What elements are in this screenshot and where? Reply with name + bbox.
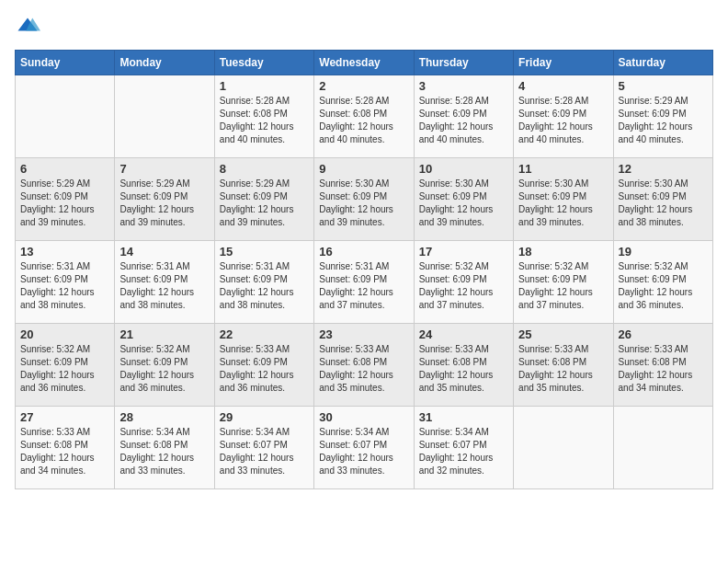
calendar-cell: 22Sunrise: 5:33 AM Sunset: 6:09 PM Dayli…: [214, 324, 313, 407]
calendar-cell: 3Sunrise: 5:28 AM Sunset: 6:09 PM Daylig…: [414, 75, 513, 158]
day-of-week-header: Friday: [514, 51, 613, 75]
day-number: 27: [20, 410, 109, 424]
day-info: Sunrise: 5:33 AM Sunset: 6:08 PM Dayligh…: [619, 343, 708, 395]
day-number: 19: [619, 245, 708, 259]
calendar-cell: 20Sunrise: 5:32 AM Sunset: 6:09 PM Dayli…: [16, 324, 115, 407]
calendar-cell: 11Sunrise: 5:30 AM Sunset: 6:09 PM Dayli…: [514, 158, 613, 241]
day-info: Sunrise: 5:31 AM Sunset: 6:09 PM Dayligh…: [220, 260, 309, 312]
calendar-header: SundayMondayTuesdayWednesdayThursdayFrid…: [16, 51, 713, 75]
day-number: 11: [518, 162, 608, 176]
day-info: Sunrise: 5:31 AM Sunset: 6:09 PM Dayligh…: [119, 260, 209, 312]
calendar-cell: 12Sunrise: 5:30 AM Sunset: 6:09 PM Dayli…: [613, 158, 712, 241]
day-info: Sunrise: 5:33 AM Sunset: 6:09 PM Dayligh…: [220, 343, 309, 395]
calendar-week-row: 6Sunrise: 5:29 AM Sunset: 6:09 PM Daylig…: [16, 158, 713, 241]
day-of-week-header: Tuesday: [214, 51, 313, 75]
calendar-cell: 30Sunrise: 5:34 AM Sunset: 6:07 PM Dayli…: [314, 407, 414, 489]
day-number: 1: [220, 79, 309, 93]
day-info: Sunrise: 5:29 AM Sunset: 6:09 PM Dayligh…: [220, 178, 309, 229]
day-of-week-header: Wednesday: [314, 51, 414, 75]
header-row: SundayMondayTuesdayWednesdayThursdayFrid…: [16, 51, 713, 75]
calendar-cell: 18Sunrise: 5:32 AM Sunset: 6:09 PM Dayli…: [514, 241, 613, 324]
calendar-week-row: 1Sunrise: 5:28 AM Sunset: 6:08 PM Daylig…: [16, 75, 713, 158]
day-info: Sunrise: 5:29 AM Sunset: 6:09 PM Dayligh…: [119, 178, 209, 229]
calendar-cell: 25Sunrise: 5:33 AM Sunset: 6:08 PM Dayli…: [514, 324, 613, 407]
day-number: 10: [419, 162, 508, 176]
day-info: Sunrise: 5:30 AM Sunset: 6:09 PM Dayligh…: [319, 178, 408, 229]
day-number: 28: [119, 410, 209, 424]
calendar-cell: 21Sunrise: 5:32 AM Sunset: 6:09 PM Dayli…: [115, 324, 214, 407]
calendar-cell: 29Sunrise: 5:34 AM Sunset: 6:07 PM Dayli…: [214, 407, 313, 489]
logo-icon: [15, 15, 40, 40]
day-info: Sunrise: 5:28 AM Sunset: 6:09 PM Dayligh…: [419, 95, 508, 146]
calendar-cell: 9Sunrise: 5:30 AM Sunset: 6:09 PM Daylig…: [314, 158, 414, 241]
calendar-cell: 10Sunrise: 5:30 AM Sunset: 6:09 PM Dayli…: [414, 158, 513, 241]
day-info: Sunrise: 5:31 AM Sunset: 6:09 PM Dayligh…: [319, 260, 408, 312]
calendar-cell: 17Sunrise: 5:32 AM Sunset: 6:09 PM Dayli…: [414, 241, 513, 324]
calendar-cell: 27Sunrise: 5:33 AM Sunset: 6:08 PM Dayli…: [16, 407, 115, 489]
day-number: 12: [619, 162, 708, 176]
day-info: Sunrise: 5:32 AM Sunset: 6:09 PM Dayligh…: [20, 343, 109, 395]
calendar-cell: [514, 407, 613, 489]
calendar-cell: 28Sunrise: 5:34 AM Sunset: 6:08 PM Dayli…: [115, 407, 214, 489]
calendar-week-row: 13Sunrise: 5:31 AM Sunset: 6:09 PM Dayli…: [16, 241, 713, 324]
day-of-week-header: Saturday: [613, 51, 712, 75]
day-number: 17: [419, 245, 508, 259]
day-number: 21: [119, 327, 209, 341]
calendar-cell: 31Sunrise: 5:34 AM Sunset: 6:07 PM Dayli…: [414, 407, 513, 489]
day-info: Sunrise: 5:29 AM Sunset: 6:09 PM Dayligh…: [619, 95, 708, 146]
calendar-cell: 4Sunrise: 5:28 AM Sunset: 6:09 PM Daylig…: [514, 75, 613, 158]
day-number: 29: [220, 410, 309, 424]
calendar-cell: 1Sunrise: 5:28 AM Sunset: 6:08 PM Daylig…: [214, 75, 313, 158]
day-number: 2: [319, 79, 408, 93]
day-number: 20: [20, 327, 109, 341]
day-info: Sunrise: 5:30 AM Sunset: 6:09 PM Dayligh…: [619, 178, 708, 229]
calendar-cell: 26Sunrise: 5:33 AM Sunset: 6:08 PM Dayli…: [613, 324, 712, 407]
day-info: Sunrise: 5:32 AM Sunset: 6:09 PM Dayligh…: [619, 260, 708, 312]
header: [15, 15, 713, 40]
day-of-week-header: Thursday: [414, 51, 513, 75]
day-info: Sunrise: 5:33 AM Sunset: 6:08 PM Dayligh…: [319, 343, 408, 395]
calendar-table: SundayMondayTuesdayWednesdayThursdayFrid…: [15, 50, 713, 489]
calendar-cell: 6Sunrise: 5:29 AM Sunset: 6:09 PM Daylig…: [16, 158, 115, 241]
calendar-cell: 23Sunrise: 5:33 AM Sunset: 6:08 PM Dayli…: [314, 324, 414, 407]
calendar-body: 1Sunrise: 5:28 AM Sunset: 6:08 PM Daylig…: [16, 75, 713, 489]
day-info: Sunrise: 5:33 AM Sunset: 6:08 PM Dayligh…: [518, 343, 608, 395]
day-info: Sunrise: 5:32 AM Sunset: 6:09 PM Dayligh…: [119, 343, 209, 395]
day-info: Sunrise: 5:31 AM Sunset: 6:09 PM Dayligh…: [20, 260, 109, 312]
day-number: 25: [518, 327, 608, 341]
day-info: Sunrise: 5:28 AM Sunset: 6:09 PM Dayligh…: [518, 95, 608, 146]
calendar-cell: 14Sunrise: 5:31 AM Sunset: 6:09 PM Dayli…: [115, 241, 214, 324]
day-number: 15: [220, 245, 309, 259]
calendar-cell: 7Sunrise: 5:29 AM Sunset: 6:09 PM Daylig…: [115, 158, 214, 241]
day-info: Sunrise: 5:34 AM Sunset: 6:07 PM Dayligh…: [419, 426, 508, 477]
day-number: 18: [518, 245, 608, 259]
day-info: Sunrise: 5:30 AM Sunset: 6:09 PM Dayligh…: [419, 178, 508, 229]
day-number: 14: [119, 245, 209, 259]
day-info: Sunrise: 5:34 AM Sunset: 6:07 PM Dayligh…: [319, 426, 408, 477]
day-number: 8: [220, 162, 309, 176]
day-number: 30: [319, 410, 408, 424]
calendar-cell: 15Sunrise: 5:31 AM Sunset: 6:09 PM Dayli…: [214, 241, 313, 324]
logo: [15, 15, 44, 40]
calendar-cell: 19Sunrise: 5:32 AM Sunset: 6:09 PM Dayli…: [613, 241, 712, 324]
day-number: 9: [319, 162, 408, 176]
day-number: 31: [419, 410, 508, 424]
day-info: Sunrise: 5:33 AM Sunset: 6:08 PM Dayligh…: [20, 426, 109, 477]
calendar-cell: [16, 75, 115, 158]
day-of-week-header: Monday: [115, 51, 214, 75]
day-info: Sunrise: 5:28 AM Sunset: 6:08 PM Dayligh…: [220, 95, 309, 146]
day-number: 23: [319, 327, 408, 341]
day-number: 6: [20, 162, 109, 176]
day-info: Sunrise: 5:28 AM Sunset: 6:08 PM Dayligh…: [319, 95, 408, 146]
day-number: 3: [419, 79, 508, 93]
day-info: Sunrise: 5:29 AM Sunset: 6:09 PM Dayligh…: [20, 178, 109, 229]
calendar-cell: 13Sunrise: 5:31 AM Sunset: 6:09 PM Dayli…: [16, 241, 115, 324]
calendar-cell: 5Sunrise: 5:29 AM Sunset: 6:09 PM Daylig…: [613, 75, 712, 158]
day-number: 24: [419, 327, 508, 341]
day-number: 16: [319, 245, 408, 259]
calendar-cell: [115, 75, 214, 158]
day-info: Sunrise: 5:34 AM Sunset: 6:07 PM Dayligh…: [220, 426, 309, 477]
calendar-cell: [613, 407, 712, 489]
day-number: 13: [20, 245, 109, 259]
day-info: Sunrise: 5:30 AM Sunset: 6:09 PM Dayligh…: [518, 178, 608, 229]
